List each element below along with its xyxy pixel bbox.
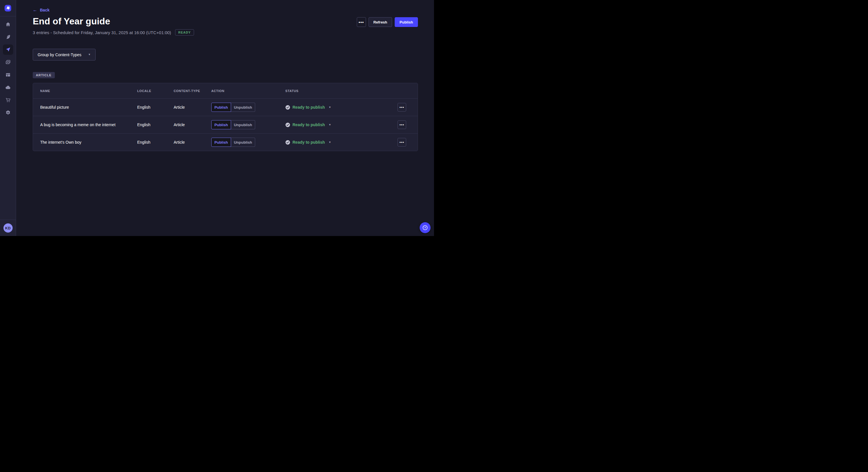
entry-locale: English bbox=[137, 123, 174, 127]
strapi-logo-icon bbox=[5, 5, 11, 11]
column-header-content-type: CONTENT-TYPE bbox=[174, 89, 211, 93]
chevron-down-icon: ▼ bbox=[88, 53, 91, 56]
row-more-button[interactable]: ••• bbox=[398, 103, 406, 111]
content-type-group-badge: ARTICLE bbox=[33, 72, 55, 78]
header-actions: ••• Refresh Publish bbox=[357, 17, 418, 27]
more-dots-icon: ••• bbox=[400, 140, 404, 144]
group-by-selected-value: Group by Content-Types bbox=[38, 53, 82, 57]
entry-status-label: Ready to publish bbox=[292, 140, 325, 144]
paper-plane-icon bbox=[5, 47, 11, 53]
publish-release-button[interactable]: Publish bbox=[395, 17, 418, 27]
cloud-icon bbox=[5, 85, 11, 90]
status-chevron-down-icon[interactable]: ▼ bbox=[329, 141, 331, 144]
check-circle-icon bbox=[285, 140, 290, 145]
publish-toggle-button[interactable]: Publish bbox=[211, 120, 231, 129]
refresh-button[interactable]: Refresh bbox=[369, 17, 392, 27]
question-mark-icon: ? bbox=[422, 225, 428, 231]
page-header: ← Back End of Year guide 3 entries - Sch… bbox=[16, 0, 434, 36]
table-row: A bug is becoming a meme on the internet… bbox=[33, 116, 417, 133]
check-circle-icon bbox=[285, 123, 290, 127]
home-icon bbox=[5, 22, 11, 27]
workspace-logo-button[interactable] bbox=[0, 0, 16, 16]
shopping-cart-icon bbox=[5, 97, 11, 103]
entry-name: A bug is becoming a meme on the internet bbox=[40, 123, 137, 127]
unpublish-toggle-button[interactable]: Unpublish bbox=[231, 120, 255, 129]
more-dots-icon: ••• bbox=[359, 20, 364, 25]
sidebar-item-marketplace[interactable] bbox=[3, 95, 13, 105]
column-header-status: STATUS bbox=[285, 89, 410, 93]
check-circle-icon bbox=[285, 105, 290, 110]
row-more-button[interactable]: ••• bbox=[398, 121, 406, 129]
table-header-row: NAME LOCALE CONTENT-TYPE ACTION STATUS bbox=[33, 83, 417, 98]
gear-icon bbox=[5, 110, 11, 115]
back-link[interactable]: ← Back bbox=[33, 8, 50, 12]
back-arrow-icon: ← bbox=[33, 8, 37, 12]
entry-status-label: Ready to publish bbox=[292, 123, 325, 127]
column-header-locale: LOCALE bbox=[137, 89, 174, 93]
entry-name: The internet's Own boy bbox=[40, 140, 137, 144]
feather-icon bbox=[5, 34, 11, 40]
entry-locale: English bbox=[137, 105, 174, 109]
group-by-select[interactable]: Group by Content-Types ▼ bbox=[33, 49, 96, 61]
toolbar: Group by Content-Types ▼ bbox=[16, 36, 434, 61]
sidebar-item-cloud[interactable] bbox=[3, 82, 13, 93]
row-more-button[interactable]: ••• bbox=[398, 138, 406, 146]
release-more-button[interactable]: ••• bbox=[357, 17, 366, 27]
sidebar-item-home[interactable] bbox=[3, 19, 13, 30]
entries-table: NAME LOCALE CONTENT-TYPE ACTION STATUS B… bbox=[33, 83, 418, 151]
column-header-action: ACTION bbox=[211, 89, 285, 93]
sidebar-item-media-library[interactable] bbox=[3, 57, 13, 67]
sidebar-item-content-type-builder[interactable] bbox=[3, 70, 13, 80]
unpublish-toggle-button[interactable]: Unpublish bbox=[231, 103, 255, 112]
publish-toggle-button[interactable]: Publish bbox=[211, 138, 231, 147]
table-row: Beautiful picture English Article Publis… bbox=[33, 98, 417, 116]
publish-toggle-button[interactable]: Publish bbox=[211, 103, 231, 112]
sidebar-item-content-manager[interactable] bbox=[3, 32, 13, 42]
sidebar-item-settings[interactable] bbox=[3, 107, 13, 118]
sidebar-footer: KD bbox=[0, 220, 16, 236]
help-button[interactable]: ? bbox=[420, 222, 431, 233]
sidebar-nav bbox=[0, 16, 16, 118]
app-window: KD ← Back End of Year guide 3 entries - … bbox=[0, 0, 434, 236]
table-row: The internet's Own boy English Article P… bbox=[33, 133, 417, 151]
status-chevron-down-icon[interactable]: ▼ bbox=[329, 124, 331, 126]
group-section: ARTICLE bbox=[16, 61, 434, 78]
entry-action-toggle: Publish Unpublish bbox=[211, 120, 255, 129]
images-icon bbox=[5, 59, 11, 65]
main-content: ← Back End of Year guide 3 entries - Sch… bbox=[16, 0, 434, 236]
entry-action-toggle: Publish Unpublish bbox=[211, 138, 255, 147]
status-badge: READY bbox=[175, 29, 194, 36]
column-header-name: NAME bbox=[40, 89, 137, 93]
entry-locale: English bbox=[137, 140, 174, 144]
svg-text:?: ? bbox=[424, 226, 426, 229]
more-dots-icon: ••• bbox=[400, 123, 404, 127]
release-schedule-subtitle: 3 entries - Scheduled for Friday, Januar… bbox=[33, 30, 171, 35]
sidebar: KD bbox=[0, 0, 16, 236]
entry-content-type: Article bbox=[174, 123, 211, 127]
unpublish-toggle-button[interactable]: Unpublish bbox=[231, 138, 255, 147]
user-avatar[interactable]: KD bbox=[3, 224, 12, 233]
entry-name: Beautiful picture bbox=[40, 105, 137, 109]
entry-status-label: Ready to publish bbox=[292, 105, 325, 109]
more-dots-icon: ••• bbox=[400, 105, 404, 109]
entry-content-type: Article bbox=[174, 140, 211, 144]
back-label: Back bbox=[40, 8, 50, 12]
entry-content-type: Article bbox=[174, 105, 211, 109]
sidebar-item-releases[interactable] bbox=[3, 44, 13, 55]
status-chevron-down-icon[interactable]: ▼ bbox=[329, 106, 331, 109]
entry-action-toggle: Publish Unpublish bbox=[211, 103, 255, 112]
layout-icon bbox=[5, 72, 11, 78]
